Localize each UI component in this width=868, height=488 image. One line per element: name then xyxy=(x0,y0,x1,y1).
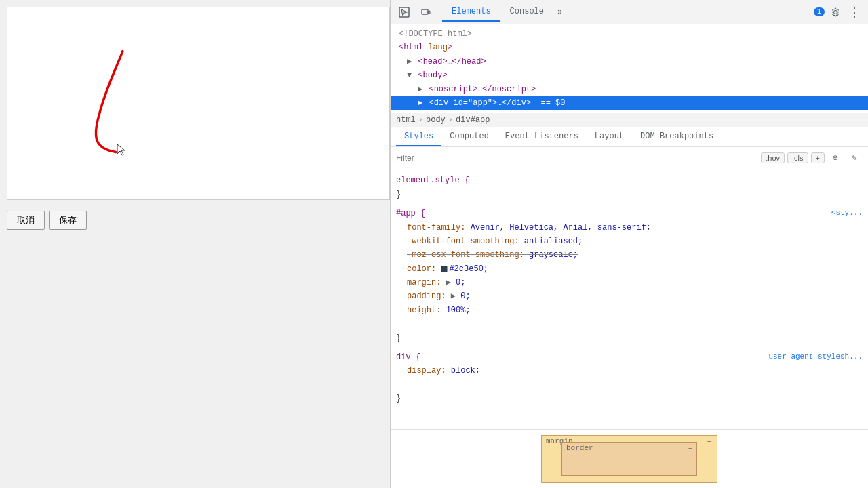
app-webkit-font-smoothing: -webkit-font-smoothing: antialiased; xyxy=(407,235,863,248)
dom-html[interactable]: <html lang> xyxy=(391,41,868,54)
app-source[interactable]: <sty... xyxy=(831,207,863,220)
svg-rect-1 xyxy=(422,9,428,14)
border-label: border xyxy=(566,444,593,452)
settings-icon[interactable] xyxy=(827,4,844,20)
filter-input[interactable] xyxy=(396,153,755,163)
new-style-rule-icon[interactable]: ✎ xyxy=(846,150,863,166)
tab-dom-breakpoints[interactable]: DOM Breakpoints xyxy=(632,127,722,146)
more-tabs-button[interactable]: » xyxy=(553,5,566,20)
app-margin: margin: ▶ 0; xyxy=(407,276,863,289)
tab-layout[interactable]: Layout xyxy=(587,127,632,146)
css-rules: element.style { } #app { <sty... font-fa… xyxy=(391,169,868,429)
tab-computed[interactable]: Computed xyxy=(441,127,497,146)
hov-button[interactable]: :hov xyxy=(761,152,785,163)
devtools-panel: Elements Console » 1 ⋮ <!DOCTYPE html> <… xyxy=(390,0,868,488)
border-dash: – xyxy=(688,444,692,452)
app-rule-block: #app { <sty... font-family: Avenir, Helv… xyxy=(391,205,868,349)
div-source[interactable]: user agent stylesh... xyxy=(768,350,863,363)
breadcrumb: html › body › div#app xyxy=(391,113,868,127)
app-moz-font-smoothing: -moz-osx-font-smoothing: grayscale; xyxy=(407,248,863,262)
app-height: height: 100%; xyxy=(407,304,863,317)
app-color: color: #2c3e50; xyxy=(407,262,863,276)
element-style-selector[interactable]: element.style { xyxy=(396,176,469,185)
border-box: border – xyxy=(561,442,697,476)
div-rule-block: div { user agent stylesh... display: blo… xyxy=(391,349,868,410)
force-state-icon[interactable]: ⊕ xyxy=(827,150,844,166)
device-toggle-icon[interactable] xyxy=(418,4,434,20)
app-padding: padding: ▶ 0; xyxy=(407,289,863,303)
left-panel: 取消 保存 xyxy=(0,0,390,488)
app-font-family: font-family: Avenir, Helvetica, Arial, s… xyxy=(407,221,863,235)
color-swatch xyxy=(441,266,448,272)
dom-head[interactable]: ▶ <head>…</head> xyxy=(391,55,868,68)
canvas-area xyxy=(7,7,390,200)
dom-doctype[interactable]: <!DOCTYPE html> xyxy=(391,27,868,41)
devtools-toolbar: Elements Console » 1 ⋮ xyxy=(391,0,868,24)
box-model-container: margin – border – xyxy=(396,435,863,483)
devtools-right-icons: 1 ⋮ xyxy=(814,4,863,20)
dom-noscript[interactable]: ▶ <noscript>…</noscript> xyxy=(391,83,868,96)
element-style-block: element.style { } xyxy=(391,172,868,205)
filter-buttons: :hov .cls + ⊕ ✎ xyxy=(761,150,863,166)
dom-tree: <!DOCTYPE html> <html lang> ▶ <head>…</h… xyxy=(391,24,868,113)
drawing-canvas[interactable] xyxy=(7,7,389,199)
console-tab[interactable]: Console xyxy=(500,3,553,22)
styles-tabs: Styles Computed Event Listeners Layout D… xyxy=(391,127,868,147)
app-selector[interactable]: #app { xyxy=(396,209,425,218)
margin-dash: – xyxy=(707,437,711,445)
dom-body[interactable]: ▼ <body> xyxy=(391,68,868,82)
breadcrumb-div-app[interactable]: div#app xyxy=(456,115,490,125)
tab-event-listeners[interactable]: Event Listeners xyxy=(497,127,587,146)
button-bar: 取消 保存 xyxy=(0,207,390,234)
box-model: margin – border – xyxy=(391,429,868,488)
dom-app-div[interactable]: ▶ <div id="app">…</div> == $0 xyxy=(391,96,868,110)
notification-badge: 1 xyxy=(814,7,825,16)
filter-bar: :hov .cls + ⊕ ✎ xyxy=(391,147,868,169)
cancel-button[interactable]: 取消 xyxy=(7,211,45,230)
breadcrumb-html[interactable]: html xyxy=(396,115,416,125)
div-display: display: block; xyxy=(407,364,863,378)
svg-rect-2 xyxy=(428,11,430,14)
inspect-icon[interactable] xyxy=(396,4,412,20)
cls-button[interactable]: .cls xyxy=(787,152,808,163)
save-button[interactable]: 保存 xyxy=(49,211,87,230)
margin-box: margin – border – xyxy=(541,435,717,483)
add-style-button[interactable]: + xyxy=(811,152,825,163)
tab-styles[interactable]: Styles xyxy=(396,127,441,146)
devtools-main-tabs: Elements Console » xyxy=(442,3,566,22)
elements-tab[interactable]: Elements xyxy=(442,3,500,22)
more-options-icon[interactable]: ⋮ xyxy=(846,4,863,20)
breadcrumb-body[interactable]: body xyxy=(426,115,446,125)
div-selector[interactable]: div { xyxy=(396,352,420,362)
